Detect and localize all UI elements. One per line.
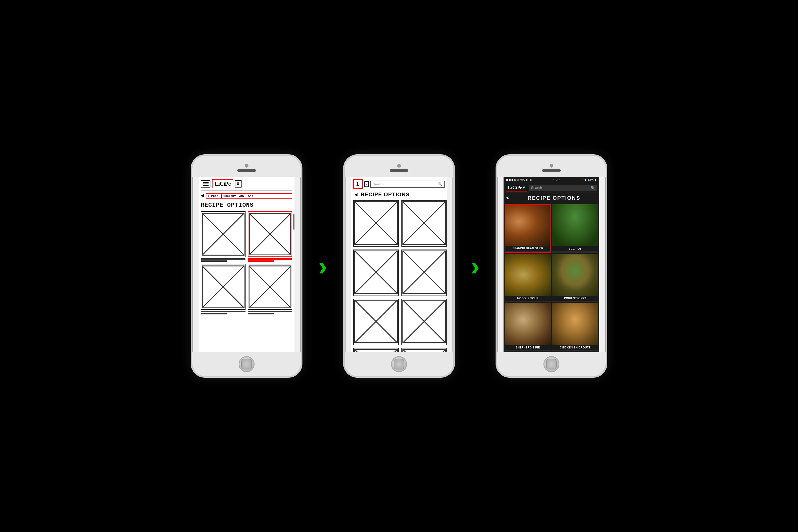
label-line-short [201,313,228,315]
wireframe-phone-screen: L v Search 🔍 ◄ RECIPE OPTIONS [351,177,447,352]
sketch-card-4[interactable] [248,264,292,315]
sketch-cell-4 [248,264,292,310]
sketch-cell-2-highlighted [248,211,292,257]
recipe-card-spanish-bean-stew[interactable]: SPANISH BEAN STEW [505,204,551,253]
phone-top-1 [192,156,301,177]
battery-percent: 61% [588,178,593,182]
recipe-card-chicken-en-croute[interactable]: CHICKEN EN CROUTE [552,303,598,351]
scrollbar[interactable] [293,214,294,230]
final-search-bar[interactable]: Search 🔍 [529,185,597,191]
phone-top-3 [497,156,606,177]
signal-dot-5 [517,179,519,181]
home-button-inner-1 [241,359,252,369]
camera-icon-3 [550,164,553,168]
sketch-phone-screen: LiCiPe ≡ ◄ 1 Pers. Healthy ANY ANY RECIP… [199,177,294,352]
recipe-img-veg-pot [552,204,598,246]
home-button-2[interactable] [391,356,407,372]
status-left: O2-UK ⊕ [506,178,532,182]
camera-icon-2 [397,164,401,168]
recipe-name-veg-pot: VEG POT [552,246,598,251]
final-header: LiCiPe ∨ Search 🔍 [504,183,599,193]
recipe-img-pork-stir [552,254,598,296]
final-search-icon: 🔍 [590,186,595,190]
sketch-header: LiCiPe ≡ [201,179,292,190]
battery-icon: ▮ [595,178,597,182]
recipe-grid: SPANISH BEAN STEW VEG POT NOODLE SOUP [504,203,599,352]
label-line-short [201,261,228,262]
svg-rect-30 [355,349,397,352]
home-button-3[interactable] [544,356,559,372]
recipe-card-shepherds-pie[interactable]: SHEPHERD'S PIE [505,303,551,351]
recipe-name-noodle-soup: NOODLE SOUP [505,296,551,301]
final-back-button[interactable]: < [506,195,509,201]
sketch-filters: ◄ 1 Pers. Healthy ANY ANY [201,193,292,199]
wire-search-bar[interactable]: Search 🔍 [370,180,445,188]
filter-any-2[interactable]: ANY [247,194,254,198]
wire-cell-7[interactable] [353,348,399,352]
filter-healthy[interactable]: Healthy [222,194,237,198]
sketch-card-3[interactable] [201,264,246,315]
recipe-img-shepherds-pie [505,303,551,345]
sketch-logo[interactable]: LiCiPe [212,179,233,188]
wire-cell-1[interactable] [353,200,399,247]
label-line [201,311,246,312]
wire-cell-3[interactable] [353,249,399,296]
recipe-img-chicken-en-croute [552,303,598,345]
wire-cell-8[interactable] [401,348,447,352]
home-button-1[interactable] [239,356,254,372]
recipe-name-shepherds-pie: SHEPHERD'S PIE [505,345,551,350]
recipe-card-pork-stir-fry[interactable]: PORK STIR FRY [552,254,598,302]
label-line-highlighted [248,258,292,260]
wire-cell-4[interactable] [401,249,447,296]
home-button-inner-2 [394,359,404,369]
wire-recipe-grid [353,200,445,352]
recipe-card-veg-pot[interactable]: VEG POT [552,204,598,253]
phone-final: O2-UK ⊕ 15:11 ↑ ◆ 61% ▮ LiCiPe ∨ [496,154,607,378]
sketch-label-2 [248,258,292,262]
hamburger-line [203,184,209,184]
phone-bottom-1 [192,352,301,376]
sketch-cell-3 [201,264,246,310]
hamburger-icon[interactable] [201,180,210,188]
wire-dropdown[interactable]: v [364,182,369,187]
wifi-icon: ⊕ [530,178,532,182]
wire-back-button[interactable]: ◄ [353,191,359,198]
sketch-cell-1 [201,211,246,257]
arrow-2: › [471,253,480,279]
label-line-short-highlighted [248,261,274,262]
sketch-card-2[interactable] [248,211,292,262]
svg-rect-33 [403,349,445,352]
wire-title-row: ◄ RECIPE OPTIONS [353,191,445,198]
recipe-img-noodle-soup [505,254,551,296]
arrow-1: › [318,253,327,279]
final-logo[interactable]: LiCiPe ∨ [506,184,527,191]
wire-logo[interactable]: L [353,179,363,189]
phone-sketch: LiCiPe ≡ ◄ 1 Pers. Healthy ANY ANY RECIP… [191,154,302,378]
wire-search-icon: 🔍 [438,182,442,186]
final-phone-screen: O2-UK ⊕ 15:11 ↑ ◆ 61% ▮ LiCiPe ∨ [504,177,599,352]
hamburger-line [203,182,209,183]
bookmarks-icon[interactable]: ≡ [235,180,242,188]
wire-cell-2[interactable] [401,200,447,247]
home-button-inner-3 [546,359,557,369]
filter-persons[interactable]: 1 Pers. [206,194,222,198]
recipe-card-noodle-soup[interactable]: NOODLE SOUP [505,254,551,302]
signal-dots [506,179,519,181]
label-line [248,311,292,312]
recipe-name-pork-stir-fry: PORK STIR FRY [552,296,598,301]
sketch-card-1[interactable] [201,211,246,262]
signal-dot-1 [506,179,508,181]
activity-icon: ◆ [584,178,587,182]
filter-any-1[interactable]: ANY [238,194,246,198]
label-line-short [248,313,274,315]
wire-cell-5[interactable] [353,299,399,345]
recipe-name-chicken-en-croute: CHICKEN EN CROUTE [552,345,598,350]
location-icon: ↑ [582,178,583,182]
speaker-3 [542,169,561,172]
status-bar: O2-UK ⊕ 15:11 ↑ ◆ 61% ▮ [504,177,599,183]
recipe-img-spanish-bean [506,205,550,246]
sketch-back-button[interactable]: ◄ [201,193,204,199]
final-logo-text: LiCiPe [508,185,522,190]
wire-header: L v Search 🔍 [353,179,445,189]
wire-cell-6[interactable] [401,299,447,345]
